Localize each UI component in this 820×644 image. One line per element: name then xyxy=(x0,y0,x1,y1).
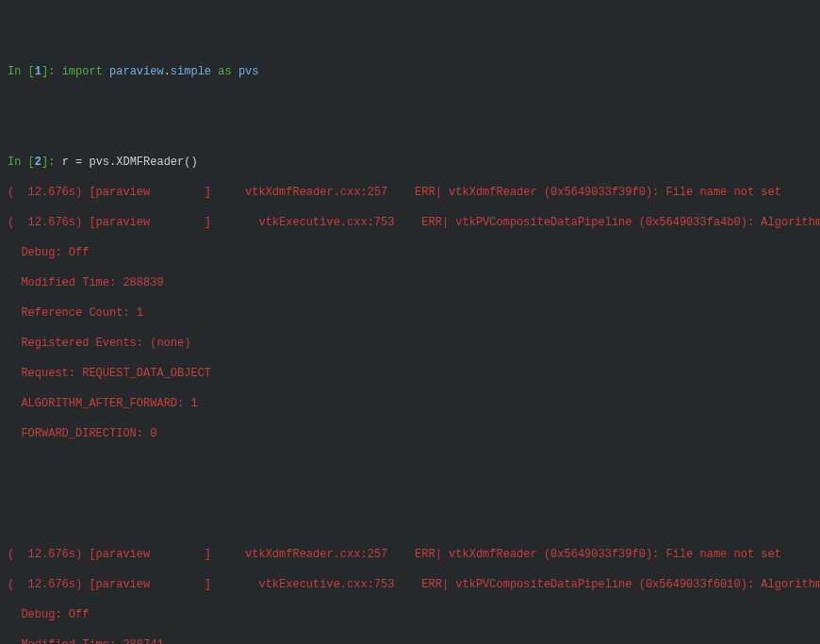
prompt-in: In [ xyxy=(8,65,35,78)
prompt-number: 2 xyxy=(35,156,41,169)
error-line: ( 12.676s) [paraview ] vtkXdmfReader.cxx… xyxy=(8,185,812,200)
dot: . xyxy=(164,65,171,78)
module-simple: simple xyxy=(171,65,211,78)
prompt-number: 1 xyxy=(35,65,41,78)
error-line: Request: REQUEST_DATA_OBJECT xyxy=(8,366,812,381)
error-line: Reference Count: 1 xyxy=(8,305,812,321)
blank-line xyxy=(8,124,812,140)
prompt-in: In [ xyxy=(8,156,35,169)
input-cell-1: In [1]: import paraview.simple as pvs xyxy=(8,64,812,79)
blank-line xyxy=(8,487,812,502)
error-line: Registered Events: (none) xyxy=(8,336,812,351)
input-cell-2: In [2]: r = pvs.XDMFReader() xyxy=(8,155,812,170)
error-line: Modified Time: 288839 xyxy=(8,275,812,290)
error-line: ( 12.676s) [paraview ] vtkExecutive.cxx:… xyxy=(8,577,812,592)
prompt-close: ]: xyxy=(41,156,62,169)
error-line: ( 12.676s) [paraview ] vtkExecutive.cxx:… xyxy=(8,215,812,230)
error-line: Modified Time: 288741 xyxy=(8,637,812,644)
error-line: Debug: Off xyxy=(8,607,812,622)
error-line: Debug: Off xyxy=(8,245,812,260)
error-line: ALGORITHM_AFTER_FORWARD: 1 xyxy=(8,396,812,411)
module-paraview: paraview xyxy=(109,65,164,78)
keyword-import: import xyxy=(62,65,103,78)
error-line: ( 12.676s) [paraview ] vtkXdmfReader.cxx… xyxy=(8,547,812,562)
error-line: FORWARD_DIRECTION: 0 xyxy=(8,426,812,441)
code-statement: r = pvs.XDMFReader() xyxy=(62,156,198,169)
keyword-as: as xyxy=(218,65,231,78)
blank-line xyxy=(8,94,812,109)
blank-line xyxy=(8,517,812,532)
prompt-close: ]: xyxy=(41,65,62,78)
alias-pvs: pvs xyxy=(238,65,259,78)
blank-line xyxy=(8,456,812,471)
